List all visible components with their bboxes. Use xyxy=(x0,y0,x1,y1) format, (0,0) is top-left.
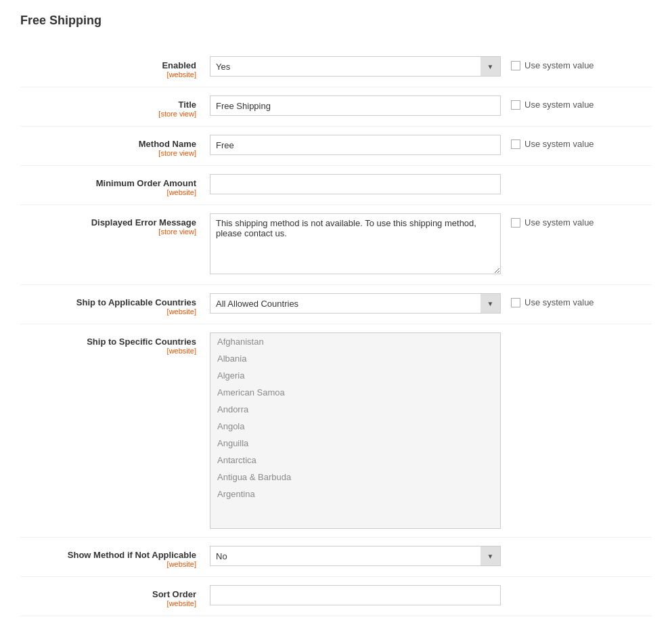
field-label-show_method_if_not_applicable: Show Method if Not Applicable xyxy=(20,550,196,560)
form-container: Enabled[website]YesNo▼Use system valueTi… xyxy=(20,48,652,616)
field-scope-method_name: [store view] xyxy=(20,149,196,157)
system-value-label-displayed_error_message: Use system value xyxy=(524,217,594,228)
field-label-minimum_order_amount: Minimum Order Amount xyxy=(20,178,196,188)
system-value-cell-displayed_error_message: Use system value xyxy=(501,213,623,228)
system-value-cell-title: Use system value xyxy=(501,95,623,110)
list-item[interactable]: Albania xyxy=(210,350,500,367)
field-label-ship_to_applicable_countries: Ship to Applicable Countries xyxy=(20,297,196,307)
system-value-cell-minimum_order_amount xyxy=(501,174,623,178)
label-cell-title: Title[store view] xyxy=(20,95,210,118)
form-row-ship_to_applicable_countries: Ship to Applicable Countries[website]All… xyxy=(20,285,652,324)
field-label-displayed_error_message: Displayed Error Message xyxy=(20,217,196,228)
country-list-ship_to_specific_countries[interactable]: AfghanistanAlbaniaAlgeriaAmerican SamoaA… xyxy=(210,332,501,529)
system-value-cell-enabled: Use system value xyxy=(501,56,623,70)
label-cell-enabled: Enabled[website] xyxy=(20,56,210,79)
textarea-displayed_error_message[interactable] xyxy=(210,213,501,274)
list-item[interactable]: Angola xyxy=(210,418,500,435)
system-value-label-title: Use system value xyxy=(524,100,594,110)
form-row-enabled: Enabled[website]YesNo▼Use system value xyxy=(20,48,652,87)
system-value-label-ship_to_applicable_countries: Use system value xyxy=(524,297,594,307)
field-label-enabled: Enabled xyxy=(20,60,196,70)
list-item[interactable]: Afghanistan xyxy=(210,333,500,350)
field-scope-minimum_order_amount: [website] xyxy=(20,188,196,196)
system-value-checkbox-displayed_error_message[interactable] xyxy=(511,218,520,228)
select-enabled[interactable]: YesNo xyxy=(210,56,501,77)
field-label-sort_order: Sort Order xyxy=(20,589,196,599)
select-ship_to_applicable_countries[interactable]: All Allowed CountriesSpecific Countries xyxy=(210,293,501,314)
label-cell-ship_to_applicable_countries: Ship to Applicable Countries[website] xyxy=(20,293,210,316)
input-minimum_order_amount[interactable] xyxy=(210,174,501,194)
label-cell-method_name: Method Name[store view] xyxy=(20,135,210,157)
select-wrapper-enabled: YesNo▼ xyxy=(210,56,501,77)
field-scope-show_method_if_not_applicable: [website] xyxy=(20,560,196,568)
system-value-cell-sort_order xyxy=(501,585,623,589)
system-value-checkbox-enabled[interactable] xyxy=(511,61,520,70)
form-row-sort_order: Sort Order[website] xyxy=(20,577,652,616)
field-scope-ship_to_applicable_countries: [website] xyxy=(20,307,196,316)
form-row-ship_to_specific_countries: Ship to Specific Countries[website]Afgha… xyxy=(20,324,652,538)
list-item[interactable]: Argentina xyxy=(210,486,500,502)
input-method_name[interactable] xyxy=(210,135,501,155)
input-cell-title xyxy=(210,95,501,116)
input-cell-method_name xyxy=(210,135,501,155)
system-value-cell-show_method_if_not_applicable xyxy=(501,546,623,550)
field-scope-ship_to_specific_countries: [website] xyxy=(20,347,196,355)
input-cell-sort_order xyxy=(210,585,501,605)
list-item[interactable]: Anguilla xyxy=(210,435,500,452)
form-row-displayed_error_message: Displayed Error Message[store view]Use s… xyxy=(20,205,652,285)
input-title[interactable] xyxy=(210,95,501,116)
system-value-cell-ship_to_specific_countries xyxy=(501,332,623,337)
field-label-method_name: Method Name xyxy=(20,139,196,149)
input-cell-enabled: YesNo▼ xyxy=(210,56,501,77)
field-label-ship_to_specific_countries: Ship to Specific Countries xyxy=(20,337,196,347)
field-scope-displayed_error_message: [store view] xyxy=(20,228,196,236)
input-cell-ship_to_specific_countries: AfghanistanAlbaniaAlgeriaAmerican SamoaA… xyxy=(210,332,501,529)
label-cell-show_method_if_not_applicable: Show Method if Not Applicable[website] xyxy=(20,546,210,568)
form-row-title: Title[store view]Use system value xyxy=(20,87,652,127)
field-scope-enabled: [website] xyxy=(20,70,196,79)
form-row-show_method_if_not_applicable: Show Method if Not Applicable[website]No… xyxy=(20,538,652,577)
field-label-title: Title xyxy=(20,100,196,110)
list-item[interactable]: Antarctica xyxy=(210,452,500,469)
field-scope-sort_order: [website] xyxy=(20,599,196,607)
system-value-checkbox-title[interactable] xyxy=(511,100,520,110)
field-scope-title: [store view] xyxy=(20,110,196,118)
list-item[interactable]: Algeria xyxy=(210,367,500,384)
input-cell-show_method_if_not_applicable: NoYes▼ xyxy=(210,546,501,566)
list-item[interactable]: Andorra xyxy=(210,401,500,418)
system-value-checkbox-ship_to_applicable_countries[interactable] xyxy=(511,298,520,307)
system-value-cell-ship_to_applicable_countries: Use system value xyxy=(501,293,623,307)
select-show_method_if_not_applicable[interactable]: NoYes xyxy=(210,546,501,566)
label-cell-ship_to_specific_countries: Ship to Specific Countries[website] xyxy=(20,332,210,355)
list-item[interactable]: American Samoa xyxy=(210,384,500,401)
input-sort_order[interactable] xyxy=(210,585,501,605)
system-value-checkbox-method_name[interactable] xyxy=(511,139,520,149)
page-title: Free Shipping xyxy=(20,14,652,28)
input-cell-ship_to_applicable_countries: All Allowed CountriesSpecific Countries▼ xyxy=(210,293,501,314)
system-value-cell-method_name: Use system value xyxy=(501,135,623,149)
form-row-method_name: Method Name[store view]Use system value xyxy=(20,127,652,166)
form-row-minimum_order_amount: Minimum Order Amount[website] xyxy=(20,166,652,205)
select-wrapper-show_method_if_not_applicable: NoYes▼ xyxy=(210,546,501,566)
input-cell-displayed_error_message xyxy=(210,213,501,276)
input-cell-minimum_order_amount xyxy=(210,174,501,194)
label-cell-displayed_error_message: Displayed Error Message[store view] xyxy=(20,213,210,236)
list-item[interactable]: Antigua & Barbuda xyxy=(210,469,500,486)
system-value-label-method_name: Use system value xyxy=(524,139,594,149)
label-cell-minimum_order_amount: Minimum Order Amount[website] xyxy=(20,174,210,196)
select-wrapper-ship_to_applicable_countries: All Allowed CountriesSpecific Countries▼ xyxy=(210,293,501,314)
system-value-label-enabled: Use system value xyxy=(524,60,594,70)
label-cell-sort_order: Sort Order[website] xyxy=(20,585,210,607)
